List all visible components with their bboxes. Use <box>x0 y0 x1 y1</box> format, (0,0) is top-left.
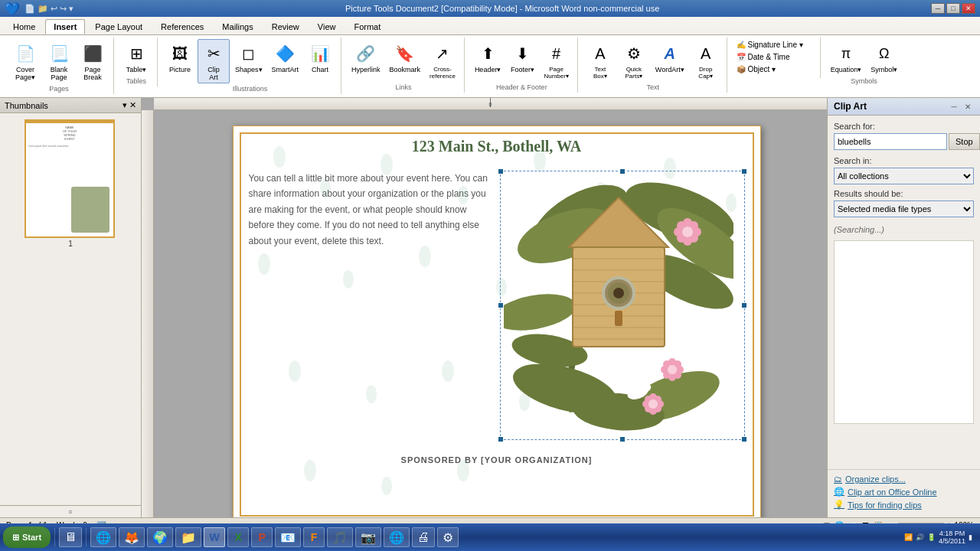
btn-equation[interactable]: π Equation▾ <box>827 39 866 76</box>
clipart-close-button[interactable]: ✕ <box>962 101 974 112</box>
btn-page-number[interactable]: # PageNumber▾ <box>540 39 572 82</box>
thumbnails-resize-handle[interactable]: ≡ <box>0 505 141 517</box>
tray-volume[interactable]: 🔊 <box>916 533 924 541</box>
btn-bookmark[interactable]: 🔖 Bookmark <box>386 39 425 82</box>
svg-point-20 <box>442 360 454 382</box>
svg-point-18 <box>289 360 301 382</box>
tab-view[interactable]: View <box>309 19 345 34</box>
btn-quick-parts[interactable]: ⚙ QuickParts▾ <box>618 39 650 82</box>
clipart-collapse-button[interactable]: ─ <box>948 101 960 112</box>
taskbar-excel[interactable]: X <box>227 527 249 547</box>
taskbar-filezilla[interactable]: F <box>303 527 325 547</box>
btn-shapes[interactable]: ◻ Shapes▾ <box>231 39 266 83</box>
taskbar-firefox[interactable]: 🦊 <box>119 527 145 547</box>
btn-drop-cap[interactable]: A DropCap▾ <box>690 39 722 82</box>
taskbar-explorer[interactable]: 📁 <box>175 527 201 547</box>
btn-smartart[interactable]: 🔷 SmartArt <box>268 39 303 83</box>
resize-handle-ml[interactable] <box>498 302 504 308</box>
btn-footer[interactable]: ⬇ Footer▾ <box>506 39 538 82</box>
search-in-select[interactable]: All collections <box>834 168 974 184</box>
office-online-link[interactable]: 🌐 Clip art on Office Online <box>834 487 974 497</box>
btn-picture[interactable]: 🖼 Picture <box>164 39 196 83</box>
btn-date-time[interactable]: 📅 Date & Time <box>733 51 815 63</box>
ruler-horizontal: 0 <box>154 98 827 110</box>
tab-format[interactable]: Format <box>345 19 389 34</box>
taskbar-media[interactable]: 🎵 <box>327 527 353 547</box>
tab-page-layout[interactable]: Page Layout <box>87 19 151 34</box>
quick-parts-icon: ⚙ <box>622 41 646 66</box>
thumbnails-panel: Thumbnails ▾ ✕ NAMEOF YOURSPRINGEVENT Lo… <box>0 98 142 517</box>
ribbon-group-pages: 📄 CoverPage▾ 📃 BlankPage ⬛ PageBreak Pag… <box>5 37 114 94</box>
btn-text-box[interactable]: A TextBox▾ <box>584 39 616 82</box>
thumbnails-close[interactable]: ✕ <box>129 100 136 110</box>
resize-handle-bl[interactable] <box>498 436 504 442</box>
organize-clips-text: Organize clips... <box>845 474 906 484</box>
tab-review[interactable]: Review <box>263 19 308 34</box>
taskbar-browser2[interactable]: 🌐 <box>384 527 410 547</box>
btn-object[interactable]: 📦 Object ▾ <box>733 64 815 75</box>
resize-handle-bc[interactable] <box>619 436 626 442</box>
resize-handle-tl[interactable] <box>498 168 504 174</box>
btn-table[interactable]: ⊞ Table▾ <box>120 39 152 76</box>
document-area[interactable]: 0 <box>142 98 827 517</box>
taskbar-outlook[interactable]: 📧 <box>275 527 301 547</box>
svg-point-4 <box>273 146 286 168</box>
clipart-search-input[interactable] <box>834 133 947 150</box>
btn-hyperlink[interactable]: 🔗 Hyperlink <box>348 39 384 82</box>
taskbar-camera[interactable]: 📷 <box>355 527 381 547</box>
thumbnails-dropdown[interactable]: ▾ <box>122 100 127 110</box>
taskbar-powerpoint[interactable]: P <box>251 527 273 547</box>
btn-cover-page[interactable]: 📄 CoverPage▾ <box>9 39 41 83</box>
thumbnail-page-1[interactable]: NAMEOF YOURSPRINGEVENT Lorem ipsum dolor… <box>24 119 116 248</box>
resize-handle-br[interactable] <box>741 436 747 442</box>
btn-page-break[interactable]: ⬛ PageBreak <box>77 39 109 83</box>
results-type-select[interactable]: Selected media file types <box>834 201 974 217</box>
tray-battery[interactable]: 🔋 <box>927 533 936 541</box>
resize-handle-tr[interactable] <box>741 168 747 174</box>
tab-references[interactable]: References <box>152 19 212 34</box>
resize-handle-mr[interactable] <box>741 302 747 308</box>
tray-network[interactable]: 📶 <box>904 533 913 541</box>
taskbar-settings[interactable]: ⚙ <box>437 527 459 547</box>
taskbar-ie[interactable]: 🌐 <box>90 527 116 547</box>
shapes-icon: ◻ <box>237 41 261 66</box>
outlook-icon: 📧 <box>280 530 296 545</box>
taskbar-show-desktop[interactable]: 🖥 <box>59 527 82 547</box>
taskbar-printer[interactable]: 🖨 <box>412 527 435 547</box>
ribbon-group-text: A TextBox▾ ⚙ QuickParts▾ A WordArt▾ A Dr… <box>580 37 727 93</box>
ribbon-group-links: 🔗 Hyperlink 🔖 Bookmark ↗ Cross-reference… <box>343 37 465 93</box>
btn-clip-art[interactable]: ✂ ClipArt <box>198 39 230 83</box>
resize-handle-tc[interactable] <box>619 168 626 174</box>
btn-cross-reference[interactable]: ↗ Cross-reference <box>426 39 459 82</box>
tab-insert[interactable]: Insert <box>45 19 85 34</box>
taskbar-word[interactable]: W <box>204 527 225 547</box>
taskbar-chrome[interactable]: 🌍 <box>147 527 173 547</box>
btn-signature-line[interactable]: ✍ Signature Line ▾ <box>733 39 815 51</box>
show-desktop-tray[interactable]: ▮ <box>969 533 972 541</box>
tab-home[interactable]: Home <box>5 19 44 34</box>
start-icon: ⊞ <box>12 533 19 543</box>
tray-clock[interactable]: 4:18 PM 4/5/2011 <box>939 530 965 545</box>
minimize-button[interactable]: ─ <box>931 3 945 14</box>
btn-blank-page[interactable]: 📃 BlankPage <box>43 39 75 83</box>
selected-image-frame[interactable] <box>500 171 745 440</box>
thumbnail-num-1: 1 <box>24 240 116 248</box>
btn-wordart[interactable]: A WordArt▾ <box>652 39 688 82</box>
search-in-label: Search in: <box>834 156 974 165</box>
maximize-button[interactable]: □ <box>946 3 960 14</box>
ruler-vertical <box>142 110 154 517</box>
close-button[interactable]: ✕ <box>962 3 975 14</box>
search-input-row: Stop <box>834 133 974 150</box>
links-group-label: Links <box>395 83 411 91</box>
clipart-results-area <box>834 240 974 424</box>
btn-symbol[interactable]: Ω Symbol▾ <box>867 39 901 76</box>
clipart-stop-button[interactable]: Stop <box>949 133 980 150</box>
organize-clips-link[interactable]: 🗂 Organize clips... <box>834 474 974 484</box>
btn-header[interactable]: ⬆ Header▾ <box>471 39 505 82</box>
blank-page-icon: 📃 <box>47 41 71 66</box>
tips-link[interactable]: 💡 Tips for finding clips <box>834 500 974 510</box>
page: 123 Main St., Bothell, WA You can tell a… <box>233 126 761 517</box>
start-button[interactable]: ⊞ Start <box>3 527 51 548</box>
tab-mailings[interactable]: Mailings <box>214 19 261 34</box>
btn-chart[interactable]: 📊 Chart <box>304 39 336 83</box>
